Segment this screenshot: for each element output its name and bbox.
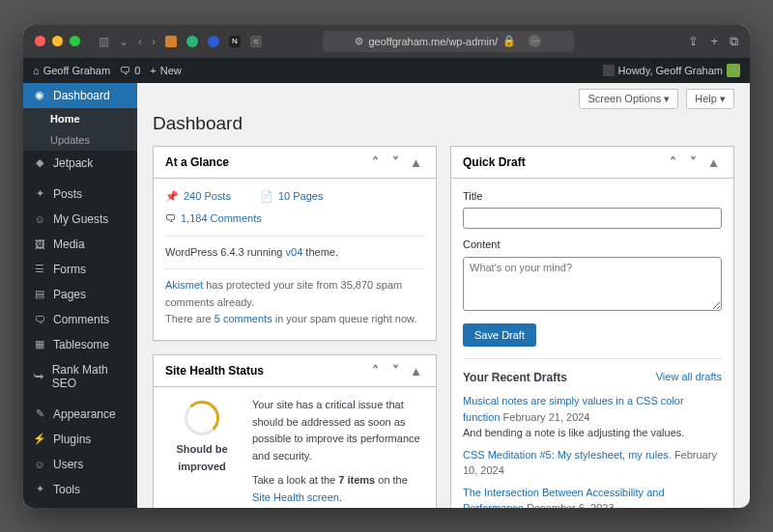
sidebar-item-dashboard[interactable]: ◉Dashboard xyxy=(23,83,137,108)
table-icon: ▦ xyxy=(33,338,46,351)
ext-icon-3[interactable] xyxy=(208,36,219,47)
theme-icon xyxy=(603,65,615,76)
toggle-icon[interactable]: ▴ xyxy=(407,363,424,378)
sidebar-item-appearance[interactable]: ✎Appearance xyxy=(23,402,137,427)
adminbar-new[interactable]: + New xyxy=(150,65,181,76)
comments-count-link[interactable]: 1,184 Comments xyxy=(181,210,262,228)
page-icon: ▤ xyxy=(33,288,46,301)
dashboard-content: Screen Options ▾ Help ▾ Dashboard At a G… xyxy=(137,83,750,508)
health-circle-icon xyxy=(185,401,219,435)
sidebar-item-comments[interactable]: 🗨Comments xyxy=(23,307,137,332)
wp-admin-bar: ⌂ Geoff Graham 🗨 0 + New Howdy, Geoff Gr… xyxy=(23,58,750,83)
sidebar-item-media[interactable]: 🖼Media xyxy=(23,232,137,257)
move-up-icon[interactable]: ˄ xyxy=(366,154,384,170)
draft-content-input[interactable] xyxy=(463,257,722,311)
sidebar-item-pages[interactable]: ▤Pages xyxy=(23,282,137,307)
users-icon: ☺ xyxy=(33,212,46,226)
privacy-icon: ⊜ xyxy=(355,35,363,47)
media-icon: 🖼 xyxy=(33,238,46,251)
reader-icon[interactable]: ⋯ xyxy=(529,35,541,47)
sidebar-item-forms[interactable]: ☰Forms xyxy=(23,257,137,282)
chevron-down-icon[interactable]: ⌄ xyxy=(119,35,129,48)
pages-count-link[interactable]: 10 Pages xyxy=(278,188,323,206)
sidebar-item-guests[interactable]: ☺My Guests xyxy=(23,207,137,232)
ext-icon-4[interactable]: N xyxy=(229,36,241,47)
screen-options-button[interactable]: Screen Options ▾ xyxy=(579,89,678,109)
move-down-icon[interactable]: ˅ xyxy=(386,363,404,378)
toggle-icon[interactable]: ▴ xyxy=(407,154,424,170)
new-tab-icon[interactable]: + xyxy=(710,34,718,49)
page-icon: 📄 xyxy=(260,188,273,206)
postbox-title: At a Glance xyxy=(165,155,229,169)
ext-icon-2[interactable] xyxy=(186,36,198,47)
draft-item: Musical notes are simply values in a CSS… xyxy=(463,393,722,441)
draft-item: CSS Meditation #5: My stylesheet, my rul… xyxy=(463,447,722,479)
sidebar-item-tablesome[interactable]: ▦Tablesome xyxy=(23,332,137,357)
save-draft-button[interactable]: Save Draft xyxy=(463,323,536,347)
sidebar-item-rank-math[interactable]: ⮩Rank Math SEO xyxy=(23,357,137,396)
dashboard-icon: ◉ xyxy=(33,89,46,102)
sidebar-item-tools[interactable]: ✦Tools xyxy=(23,477,137,502)
forward-icon[interactable]: › xyxy=(152,35,156,48)
sidebar-item-jetpack[interactable]: ◆Jetpack xyxy=(23,151,137,176)
sidebar-sub-home[interactable]: Home xyxy=(23,108,137,129)
posts-count-link[interactable]: 240 Posts xyxy=(184,188,231,206)
quick-draft-box: Quick Draft ˄˅▴ Title Content Save Draft… xyxy=(450,146,734,508)
sidebar-toggle-icon[interactable]: ▥ xyxy=(99,35,109,48)
pin-icon: 📌 xyxy=(165,188,179,206)
tools-icon: ✦ xyxy=(33,483,46,496)
content-label: Content xyxy=(463,237,722,254)
back-icon[interactable]: ‹ xyxy=(138,35,142,48)
close-icon[interactable] xyxy=(35,36,45,46)
sidebar-item-settings[interactable]: ☷Settings xyxy=(23,502,137,508)
comment-icon: 🗨 xyxy=(33,313,46,326)
ext-icon-5[interactable]: c xyxy=(250,36,262,47)
sidebar-item-users[interactable]: ☺Users xyxy=(23,452,137,477)
brush-icon: ✎ xyxy=(33,407,46,421)
postbox-title: Site Health Status xyxy=(165,364,264,378)
browser-titlebar: ▥ ⌄ ‹ › N c ⊜ geoffgraham.me/wp-admin/ 🔒… xyxy=(23,25,750,58)
howdy-link[interactable]: Howdy, Geoff Graham xyxy=(603,64,740,77)
theme-link[interactable]: v04 xyxy=(286,246,303,258)
avatar xyxy=(727,64,740,77)
spam-link[interactable]: 5 comments xyxy=(215,313,272,324)
postbox-title: Quick Draft xyxy=(463,155,526,169)
move-down-icon[interactable]: ˅ xyxy=(684,154,701,170)
comment-icon: 🗨 xyxy=(165,210,176,228)
at-a-glance-box: At a Glance ˄˅▴ 📌240 Posts 📄10 Pages 🗨1,… xyxy=(153,146,437,342)
minimize-icon[interactable] xyxy=(52,36,63,46)
health-badge: Should be improved xyxy=(165,397,239,507)
forms-icon: ☰ xyxy=(33,263,46,276)
pin-icon: ✦ xyxy=(33,187,46,201)
recent-drafts-title: Your Recent Drafts xyxy=(463,369,567,387)
toggle-icon[interactable]: ▴ xyxy=(704,154,722,170)
page-title: Dashboard xyxy=(153,113,734,134)
move-down-icon[interactable]: ˅ xyxy=(386,154,404,170)
plugins-icon: ⚡ xyxy=(33,433,46,446)
akismet-link[interactable]: Akismet xyxy=(165,279,203,291)
admin-sidebar: ◉Dashboard Home Updates ◆Jetpack ✦Posts … xyxy=(23,83,137,508)
chart-icon: ⮩ xyxy=(33,370,45,383)
ext-icon-1[interactable] xyxy=(165,36,177,47)
lock-icon: 🔒 xyxy=(502,35,516,47)
url-text: geoffgraham.me/wp-admin/ xyxy=(368,36,498,47)
site-link[interactable]: ⌂ Geoff Graham xyxy=(33,65,110,76)
adminbar-comments[interactable]: 🗨 0 xyxy=(120,65,140,76)
draft-link[interactable]: CSS Meditation #5: My stylesheet, my rul… xyxy=(463,449,672,461)
title-label: Title xyxy=(463,188,722,206)
site-health-box: Site Health Status ˄˅▴ Should be improve… xyxy=(153,354,437,507)
sidebar-item-plugins[interactable]: ⚡Plugins xyxy=(23,427,137,452)
draft-title-input[interactable] xyxy=(463,208,722,229)
site-health-link[interactable]: Site Health screen xyxy=(252,491,339,503)
maximize-icon[interactable] xyxy=(70,36,80,46)
jetpack-icon: ◆ xyxy=(33,156,46,170)
sidebar-item-posts[interactable]: ✦Posts xyxy=(23,182,137,207)
sidebar-sub-updates[interactable]: Updates xyxy=(23,129,137,151)
move-up-icon[interactable]: ˄ xyxy=(664,154,681,170)
move-up-icon[interactable]: ˄ xyxy=(366,363,384,378)
view-all-drafts-link[interactable]: View all drafts xyxy=(656,369,722,387)
share-icon[interactable]: ⇪ xyxy=(688,34,699,49)
tabs-icon[interactable]: ⧉ xyxy=(730,34,738,49)
url-bar[interactable]: ⊜ geoffgraham.me/wp-admin/ 🔒 ⋯ xyxy=(323,31,574,52)
help-button[interactable]: Help ▾ xyxy=(686,89,734,109)
